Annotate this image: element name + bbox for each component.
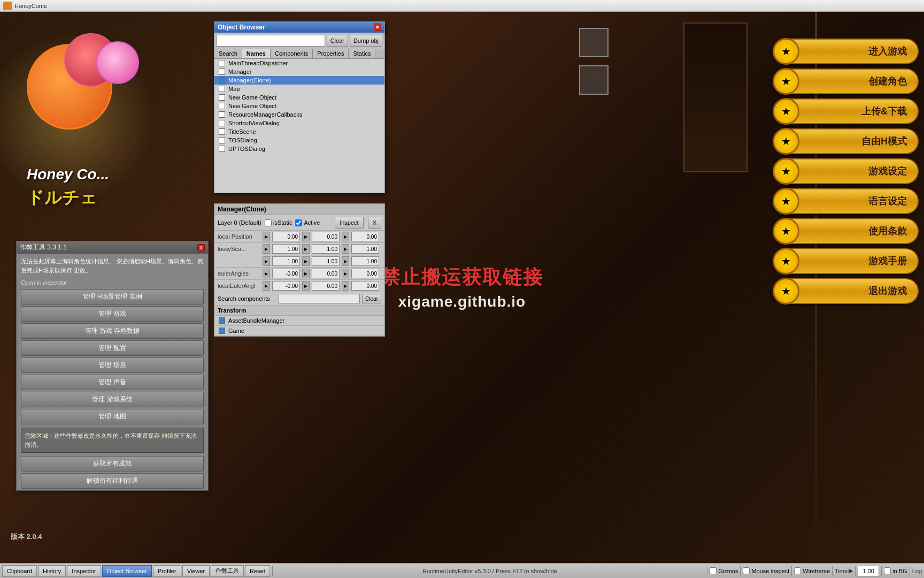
field-z[interactable]: [351, 232, 379, 241]
field-mid-btn[interactable]: ▶: [302, 256, 310, 266]
object-list-item[interactable]: TOSDialog: [214, 136, 384, 144]
field-expand-btn[interactable]: ▶: [263, 269, 270, 278]
field-end-btn[interactable]: ▶: [342, 269, 349, 278]
toolbar-btn-tool-btn[interactable]: 作弊工具: [211, 565, 244, 577]
search-components-input[interactable]: [279, 294, 360, 303]
search-components-clear[interactable]: Clear: [362, 294, 381, 303]
dump-obj-button[interactable]: Dump obj: [350, 35, 382, 47]
tab-properties[interactable]: Properties: [313, 49, 349, 58]
field-mid-btn[interactable]: ▶: [302, 281, 310, 291]
layer-row: Layer 0 (Default) isStatic Active Inspec…: [214, 215, 384, 231]
game-btn-upload-download[interactable]: ★ 上传&下载: [774, 98, 919, 124]
game-btn-terms[interactable]: ★ 使用条款: [774, 218, 919, 244]
field-expand-btn[interactable]: ▶: [263, 244, 270, 254]
toolbar-btn-inspector[interactable]: Inspector: [67, 565, 101, 577]
game-btn-create-char[interactable]: ★ 创建角色: [774, 69, 919, 94]
component-item[interactable]: Game: [214, 326, 384, 336]
search-input[interactable]: [217, 35, 325, 47]
object-browser-titlebar: Object Browser ✕: [214, 22, 384, 33]
object-list-item[interactable]: New Game Object: [214, 93, 384, 102]
toolbar-btn-history[interactable]: History: [38, 565, 66, 577]
field-y[interactable]: [312, 281, 340, 291]
object-browser-close[interactable]: ✕: [374, 24, 381, 31]
object-list-item[interactable]: ShortcutViewDialog: [214, 119, 384, 127]
gizmos-group: Gizmos: [710, 567, 738, 574]
tab-components[interactable]: Components: [271, 49, 313, 58]
field-expand-btn[interactable]: ▶: [263, 232, 270, 241]
tool-section-header: Open in inspector: [17, 278, 208, 287]
field-z[interactable]: [351, 244, 379, 254]
action-btn-获取所有成就[interactable]: 获取所有成就: [21, 456, 204, 471]
field-end-btn[interactable]: ▶: [342, 232, 349, 241]
field-y[interactable]: [312, 269, 340, 278]
object-list-item[interactable]: Manager: [214, 67, 384, 76]
game-btn-free-h[interactable]: ★ 自由H模式: [774, 128, 919, 154]
field-z[interactable]: [351, 269, 379, 278]
field-y[interactable]: [312, 232, 340, 241]
tool-close-button[interactable]: X: [197, 244, 205, 252]
tool-btn-管理_H场景管理_实例[interactable]: 管理 H场景管理 实例: [21, 289, 204, 305]
field-expand-btn[interactable]: ▶: [263, 256, 270, 266]
tool-panel: 作弊工具 3.3.1.1 X 无法在此屏幕上编辑角色统计信息。 您必须启动H场景…: [16, 241, 209, 491]
mouse-inspect-checkbox[interactable]: [743, 567, 750, 574]
field-x[interactable]: [272, 269, 300, 278]
field-end-btn[interactable]: ▶: [342, 244, 349, 254]
field-label: eulerAngles: [218, 270, 260, 277]
field-expand-btn[interactable]: ▶: [263, 281, 270, 291]
component-item[interactable]: AssetBundleManager: [214, 316, 384, 326]
toolbar-btn-reset[interactable]: Reset: [245, 565, 270, 577]
tool-btn-管理_游戏_存档数据[interactable]: 管理 游戏 存档数据: [21, 323, 204, 339]
object-list-item[interactable]: MainThreadDispatcher: [214, 59, 384, 67]
game-btn-exit[interactable]: ★ 退出游戏: [774, 278, 919, 304]
object-list-item[interactable]: Manager(Clone): [214, 76, 384, 85]
zoom-input[interactable]: [858, 566, 879, 576]
object-list-item[interactable]: TitleScene: [214, 127, 384, 136]
game-btn-enter-game[interactable]: ★ 进入游戏: [774, 39, 919, 64]
inspect-button[interactable]: Inspect: [335, 217, 363, 229]
tool-btn-管理_游戏系统[interactable]: 管理 游戏系统: [21, 392, 204, 407]
game-btn-manual[interactable]: ★ 游戏手册: [774, 248, 919, 274]
field-x[interactable]: [272, 256, 300, 266]
obj-item-name: UPTOSDialog: [228, 146, 265, 152]
is-static-checkbox[interactable]: [265, 219, 272, 226]
tool-btn-管理_配置[interactable]: 管理 配置: [21, 340, 204, 356]
tab-statics[interactable]: Statics: [349, 49, 375, 58]
action-btn-解锁所有福利待遇[interactable]: 解锁所有福利待遇: [21, 473, 204, 489]
object-list-item[interactable]: ResourceManagerCallbacks: [214, 110, 384, 119]
toolbar-btn-object-browser[interactable]: Object Browser: [102, 565, 152, 577]
object-list-item[interactable]: New Game Object: [214, 102, 384, 110]
tab-search[interactable]: Search: [214, 49, 242, 58]
field-end-btn[interactable]: ▶: [342, 281, 349, 291]
inspector-close-button[interactable]: X: [368, 217, 381, 229]
field-end-btn[interactable]: ▶: [342, 256, 349, 266]
tab-names[interactable]: Names: [242, 49, 271, 58]
tool-btn-管理_声音[interactable]: 管理 声音: [21, 375, 204, 390]
field-z[interactable]: [351, 256, 379, 266]
game-btn-label-exit: 退出游戏: [868, 285, 907, 298]
tool-btn-管理_场景[interactable]: 管理 场景: [21, 358, 204, 373]
gizmos-checkbox[interactable]: [710, 567, 717, 574]
field-x[interactable]: [272, 232, 300, 241]
game-btn-lang-settings[interactable]: ★ 语言设定: [774, 188, 919, 214]
toolbar-btn-clipboard[interactable]: Clipboard: [2, 565, 37, 577]
field-y[interactable]: [312, 244, 340, 254]
toolbar-btn-profiler[interactable]: Profiler: [153, 565, 181, 577]
field-mid-btn[interactable]: ▶: [302, 232, 310, 241]
field-mid-btn[interactable]: ▶: [302, 244, 310, 254]
field-x[interactable]: [272, 281, 300, 291]
active-checkbox[interactable]: [295, 219, 302, 226]
object-list[interactable]: MainThreadDispatcher Manager Manager(Clo…: [214, 59, 384, 193]
clear-button[interactable]: Clear: [327, 35, 348, 47]
field-mid-btn[interactable]: ▶: [302, 269, 310, 278]
wireframe-checkbox[interactable]: [794, 567, 801, 574]
field-z[interactable]: [351, 281, 379, 291]
toolbar-btn-viewer[interactable]: Viewer: [182, 565, 210, 577]
field-x[interactable]: [272, 244, 300, 254]
field-y[interactable]: [312, 256, 340, 266]
tool-btn-管理_游戏[interactable]: 管理 游戏: [21, 306, 204, 322]
in-bg-checkbox[interactable]: [884, 567, 891, 574]
game-btn-game-settings[interactable]: ★ 游戏设定: [774, 158, 919, 184]
object-list-item[interactable]: Map: [214, 85, 384, 93]
tool-btn-管理_地图[interactable]: 管理 地图: [21, 409, 204, 424]
object-list-item[interactable]: UPTOSDialog: [214, 144, 384, 153]
